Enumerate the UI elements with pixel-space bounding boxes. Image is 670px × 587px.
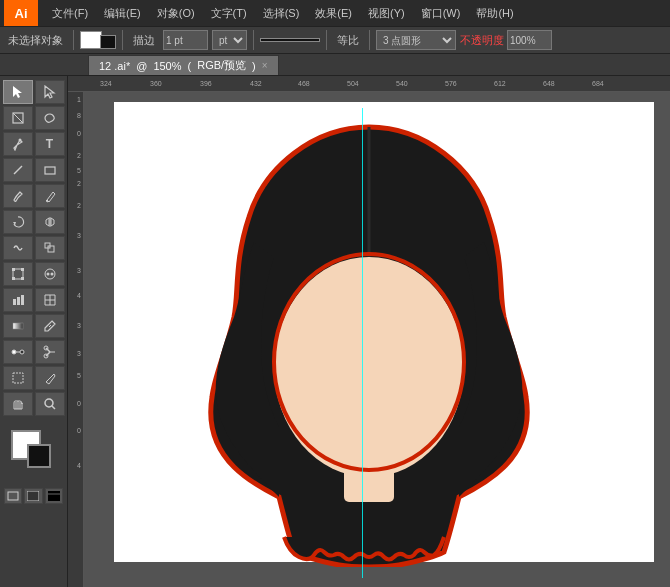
bottom-tools [2,486,65,506]
ruler-tick: 396 [198,76,212,92]
menu-object[interactable]: 对象(O) [149,0,203,26]
tool-pen[interactable] [3,132,33,156]
tool-reflect[interactable] [35,210,65,234]
tool-zoom[interactable] [35,392,65,416]
ruler-tick: 576 [443,76,457,92]
tool-row-8 [2,262,65,286]
svg-marker-0 [13,86,22,98]
svg-point-19 [46,273,49,276]
menu-select[interactable]: 选择(S) [255,0,308,26]
tab-zoom: @ [136,60,147,72]
ruler-tick: 8 [68,112,83,119]
tool-rect[interactable] [35,158,65,182]
tool-warp[interactable] [3,236,33,260]
ruler-tick: 3 [68,350,83,357]
tool-scale[interactable] [35,236,65,260]
stroke-width-input[interactable] [163,30,208,50]
tool-row-3: T [2,132,65,156]
menu-bar: Ai 文件(F) 编辑(E) 对象(O) 文字(T) 选择(S) 效果(E) 视… [0,0,670,26]
left-toolbar: T [0,76,68,587]
tab-close-button[interactable]: × [262,60,268,71]
tool-eyedropper[interactable] [35,314,65,338]
canvas-work-area[interactable] [84,92,670,587]
stroke-preview [260,38,320,42]
tool-full-screen-menu[interactable] [45,488,63,504]
svg-point-32 [12,350,16,354]
tool-selection[interactable] [3,80,33,104]
svg-marker-9 [46,218,49,226]
ruler-top: 324 360 396 432 468 504 540 576 612 648 … [68,76,670,92]
svg-rect-21 [13,299,16,305]
svg-point-4 [18,139,21,142]
tool-pencil[interactable] [35,184,65,208]
tool-hand[interactable] [3,392,33,416]
tool-mesh[interactable] [35,288,65,312]
color-boxes [2,422,65,484]
tool-row-6 [2,210,65,234]
tool-direct-selection[interactable] [35,80,65,104]
tool-scissors[interactable] [35,340,65,364]
menu-window[interactable]: 窗口(W) [413,0,469,26]
fill-color-swatch[interactable] [80,31,102,49]
ruler-tick: 3 [68,322,83,329]
tool-gradient[interactable] [3,314,33,338]
tool-row-4 [2,158,65,182]
svg-line-40 [52,406,55,409]
tool-magic-wand[interactable] [3,106,33,130]
tool-row-9 [2,288,65,312]
svg-rect-42 [27,491,39,501]
svg-rect-17 [21,277,24,280]
tool-free-transform[interactable] [3,262,33,286]
bottom-tool-row-1 [4,488,63,504]
tab-zoom-val: 150% [153,60,181,72]
svg-line-3 [13,113,23,123]
tool-artboard[interactable] [3,366,33,390]
tool-full-screen[interactable] [24,488,42,504]
menu-text[interactable]: 文字(T) [203,0,255,26]
tool-symbol[interactable] [35,262,65,286]
background-color[interactable] [27,444,51,468]
tool-row-10 [2,314,65,338]
tool-blend[interactable] [3,340,33,364]
opacity-input[interactable] [507,30,552,50]
tool-row-2 [2,106,65,130]
tool-row-12 [2,366,65,390]
svg-marker-1 [45,86,54,98]
menu-view[interactable]: 视图(Y) [360,0,413,26]
tool-rotate[interactable] [3,210,33,234]
main-area: T [0,76,670,587]
ruler-tick: 3 [68,267,83,274]
tool-column-graph[interactable] [3,288,33,312]
document-tab[interactable]: 12 .ai* @ 150% ( RGB/预览 ) × [88,55,279,75]
svg-rect-15 [21,268,24,271]
stroke-unit-select[interactable]: pt [212,30,247,50]
svg-rect-16 [12,277,15,280]
tool-normal-screen[interactable] [4,488,22,504]
tool-row-11 [2,340,65,364]
menu-help[interactable]: 帮助(H) [468,0,521,26]
toolbar-sep-3 [253,30,254,50]
tab-bar: 12 .ai* @ 150% ( RGB/预览 ) × [0,54,670,76]
tool-slice[interactable] [35,366,65,390]
menu-file[interactable]: 文件(F) [44,0,96,26]
svg-point-45 [274,257,464,477]
svg-point-20 [50,273,53,276]
tool-row-7 [2,236,65,260]
stroke-color-swatch[interactable] [100,35,116,49]
ruler-tick: 540 [394,76,408,92]
svg-rect-11 [48,246,54,252]
menu-edit[interactable]: 编辑(E) [96,0,149,26]
dot-shape-select[interactable]: 3 点圆形 [376,30,456,50]
menu-effect[interactable]: 效果(E) [307,0,360,26]
ruler-tick: 0 [68,130,83,137]
ruler-left: 1 8 0 2 5 2 2 3 3 4 3 3 5 0 0 4 [68,92,84,587]
svg-line-31 [49,325,51,327]
ruler-tick: 5 [68,167,83,174]
toolbar-sep-5 [369,30,370,50]
tool-lasso[interactable] [35,106,65,130]
tool-line[interactable] [3,158,33,182]
svg-point-39 [45,399,53,407]
tool-type[interactable]: T [35,132,65,156]
tool-paintbrush[interactable] [3,184,33,208]
ruler-tick: 0 [68,400,83,407]
